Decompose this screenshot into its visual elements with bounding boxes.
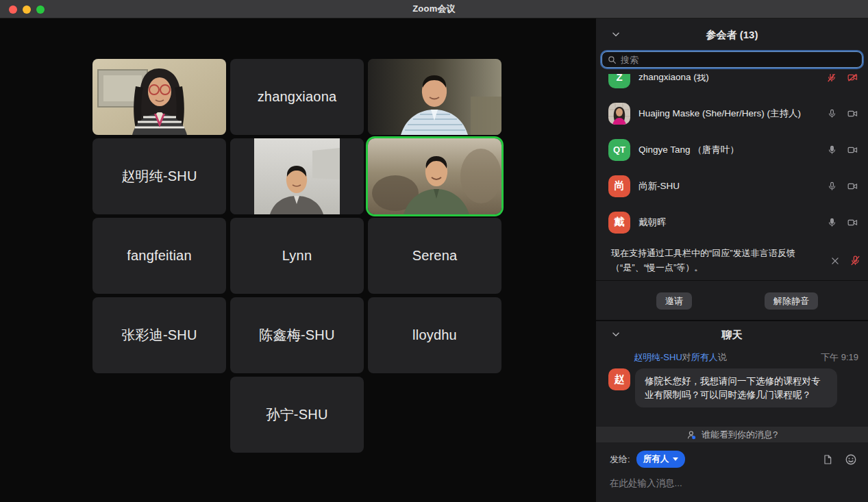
mic-icon[interactable] bbox=[827, 217, 837, 228]
video-icon[interactable] bbox=[847, 108, 858, 119]
chat-message-bubble: 修院长您好，我想请问一下选修的课程对专业有限制吗？可以同时选修几门课程呢？ bbox=[635, 368, 837, 407]
chat-message-row: 赵 修院长您好，我想请问一下选修的课程对专业有限制吗？可以同时选修几门课程呢？ bbox=[608, 368, 858, 407]
avatar-photo bbox=[608, 103, 630, 125]
dropdown-caret-icon bbox=[673, 457, 678, 461]
participant-name-label: Serena bbox=[412, 248, 458, 264]
video-feed-man-striped bbox=[368, 59, 501, 135]
participant-search-box[interactable] bbox=[602, 51, 863, 68]
person-privacy-icon bbox=[686, 429, 697, 440]
participant-name: Qingye Tang （唐青叶） bbox=[638, 144, 819, 156]
chat-meta-text: 对 bbox=[682, 351, 691, 364]
video-tile-man-light[interactable] bbox=[230, 138, 364, 214]
participant-name-label: 赵明纯-SHU bbox=[121, 167, 197, 186]
chevron-down-icon[interactable] bbox=[611, 329, 621, 339]
avatar: 尚 bbox=[608, 175, 630, 197]
window-title: Zoom会议 bbox=[412, 3, 456, 15]
chat-composer: 发给: 所有人 bbox=[596, 442, 868, 502]
video-tile-active-speaker[interactable] bbox=[368, 138, 501, 214]
video-tile-zhangxiaona[interactable]: zhangxiaona bbox=[230, 59, 364, 135]
participants-actions: 邀请 解除静音 bbox=[596, 281, 868, 321]
participant-name-label: lloydhu bbox=[412, 327, 457, 343]
reactions-notice: 现在支持通过工具栏中的“回应”发送非言语反馈（“是”、“慢一点”等）。 bbox=[596, 241, 868, 281]
search-input[interactable] bbox=[621, 55, 856, 65]
avatar: Z bbox=[608, 74, 630, 88]
chat-header: 聊天 bbox=[596, 321, 868, 349]
chat-recipient-link[interactable]: 所有人 bbox=[691, 351, 718, 364]
video-tile-woman[interactable] bbox=[92, 59, 226, 135]
participant-name-label: 陈鑫梅-SHU bbox=[259, 326, 334, 344]
video-icon[interactable] bbox=[847, 145, 858, 155]
video-feed-man-light bbox=[230, 138, 364, 214]
chat-messages: 赵明纯-SHU对所有人说 下午 9:19 赵 修院长您好，我想请问一下选修的课程… bbox=[596, 349, 868, 427]
chat-sender-link[interactable]: 赵明纯-SHU bbox=[634, 351, 682, 364]
emoji-icon[interactable] bbox=[845, 453, 857, 466]
participant-name: 戴朝晖 bbox=[638, 216, 819, 229]
participant-name-label: zhangxiaona bbox=[258, 89, 337, 105]
video-tile-zhaomingchun[interactable]: 赵明纯-SHU bbox=[92, 138, 226, 214]
unmute-button[interactable]: 解除静音 bbox=[765, 292, 818, 310]
participant-name: 尚新-SHU bbox=[638, 180, 819, 192]
privacy-hint-text: 谁能看到你的消息? bbox=[702, 429, 778, 441]
chat-timestamp: 下午 9:19 bbox=[821, 351, 858, 364]
video-feed-active-speaker bbox=[368, 138, 501, 214]
minimize-window-button[interactable] bbox=[23, 5, 31, 14]
close-icon[interactable] bbox=[830, 256, 840, 266]
video-tile-chenxinmei[interactable]: 陈鑫梅-SHU bbox=[230, 297, 364, 373]
video-tile-fangfeitian[interactable]: fangfeitian bbox=[92, 218, 226, 294]
video-tile-lynn[interactable]: Lynn bbox=[230, 218, 364, 294]
participant-row-shangxin[interactable]: 尚 尚新-SHU bbox=[596, 168, 868, 204]
chevron-down-icon[interactable] bbox=[611, 29, 621, 39]
participant-row-zhangxiaona[interactable]: Z zhangxiaona (我) bbox=[596, 74, 868, 95]
notice-text: 现在支持通过工具栏中的“回应”发送非言语反馈（“是”、“慢一点”等）。 bbox=[611, 247, 823, 274]
participant-row-daizhaohui[interactable]: 戴 戴朝晖 bbox=[596, 204, 868, 240]
search-icon bbox=[608, 55, 617, 64]
chat-title: 聊天 bbox=[722, 329, 743, 342]
video-tile-sunning[interactable]: 孙宁-SHU bbox=[230, 377, 364, 453]
participants-header: 参会者 (13) bbox=[596, 18, 868, 51]
side-panel: 参会者 (13) Z zhangxiaona (我) bbox=[596, 18, 868, 502]
send-to-label: 发给: bbox=[610, 453, 630, 466]
video-icon[interactable] bbox=[847, 217, 858, 228]
video-icon[interactable] bbox=[847, 181, 858, 192]
participant-row-huajing-maske[interactable]: Huajing Maske (She/Her/Hers) (主持人) bbox=[596, 95, 868, 131]
close-window-button[interactable] bbox=[9, 5, 17, 14]
participant-list: Z zhangxiaona (我) Huajing Maske (She/Her… bbox=[596, 74, 868, 241]
mic-muted-icon[interactable] bbox=[826, 74, 837, 83]
mic-icon[interactable] bbox=[827, 181, 837, 192]
video-feed-woman bbox=[92, 59, 226, 135]
mic-muted-icon bbox=[850, 255, 861, 266]
video-tile-serena[interactable]: Serena bbox=[368, 218, 501, 294]
video-grid: zhangxiaona 赵明纯-SHU bbox=[0, 18, 596, 502]
invite-button[interactable]: 邀请 bbox=[656, 292, 692, 310]
participant-row-qingye-tang[interactable]: QT Qingye Tang （唐青叶） bbox=[596, 131, 868, 168]
video-tile-lloydhu[interactable]: lloydhu bbox=[368, 297, 501, 373]
participant-name: Huajing Maske (She/Her/Hers) (主持人) bbox=[638, 108, 819, 120]
file-attach-icon[interactable] bbox=[822, 453, 833, 466]
chat-meta-text: 说 bbox=[718, 351, 727, 364]
video-tile-zhangcaidi[interactable]: 张彩迪-SHU bbox=[92, 297, 226, 373]
avatar: QT bbox=[608, 139, 630, 161]
participant-name: zhangxiaona (我) bbox=[638, 74, 818, 84]
fullscreen-window-button[interactable] bbox=[36, 5, 45, 14]
send-to-selector[interactable]: 所有人 bbox=[636, 451, 686, 468]
avatar: 戴 bbox=[608, 212, 630, 234]
mic-icon[interactable] bbox=[827, 108, 837, 119]
participant-name-label: fangfeitian bbox=[127, 248, 192, 264]
participant-name-label: Lynn bbox=[282, 248, 312, 264]
chat-avatar: 赵 bbox=[608, 368, 630, 390]
chat-message-input[interactable] bbox=[610, 478, 857, 488]
window-title-bar: Zoom会议 bbox=[0, 0, 868, 18]
participant-name-label: 张彩迪-SHU bbox=[121, 326, 197, 344]
mic-icon[interactable] bbox=[827, 145, 837, 155]
participants-title: 参会者 (13) bbox=[706, 29, 758, 42]
video-muted-icon[interactable] bbox=[847, 74, 858, 83]
chat-message-meta: 赵明纯-SHU对所有人说 下午 9:19 bbox=[608, 351, 858, 364]
video-tile-man-striped[interactable] bbox=[368, 59, 501, 135]
participant-name-label: 孙宁-SHU bbox=[266, 405, 327, 424]
message-visibility-bar[interactable]: 谁能看到你的消息? bbox=[596, 427, 868, 442]
send-to-value: 所有人 bbox=[643, 453, 669, 465]
